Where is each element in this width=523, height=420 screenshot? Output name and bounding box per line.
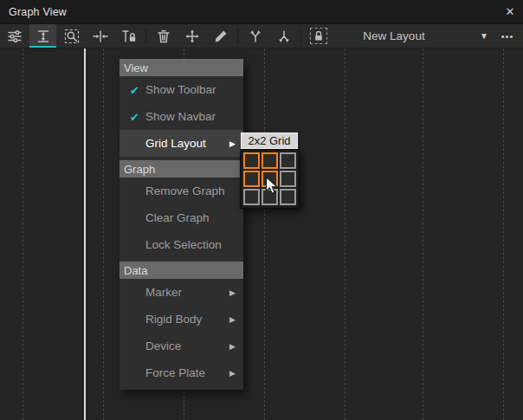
- dashed-gridline: [345, 48, 345, 420]
- dashed-gridline: [23, 48, 23, 420]
- menu-item-remove-graph[interactable]: Remove Graph: [119, 178, 243, 204]
- menu-item-force-plate[interactable]: Force Plate ▶: [119, 359, 243, 386]
- check-icon: ✔: [130, 83, 139, 96]
- grid-size-tooltip: 2x2 Grid: [241, 132, 298, 149]
- merge-icon[interactable]: [242, 24, 268, 48]
- submenu-arrow-icon: ▶: [229, 342, 236, 351]
- menu-item-label: Marker: [145, 286, 182, 299]
- split-icon[interactable]: [270, 24, 297, 48]
- menu-item-rigid-body[interactable]: Rigid Body ▶: [119, 306, 243, 333]
- context-menu: View ✔ Show Toolbar ✔ Show Navbar Grid L…: [119, 59, 243, 390]
- menu-item-label: Force Plate: [145, 366, 205, 379]
- fit-width-icon[interactable]: [87, 24, 113, 48]
- menu-section-header-view: View: [119, 59, 243, 76]
- dashed-gridline: [264, 48, 265, 420]
- grid-cell-2x3[interactable]: [280, 171, 296, 187]
- submenu-arrow-icon: ▶: [229, 139, 236, 148]
- layout-dropdown[interactable]: New Layout: [325, 24, 463, 48]
- toolbar-separator: [237, 29, 238, 44]
- menu-section-header-graph: Graph: [119, 160, 243, 178]
- graph-view-window: Graph View ✕: [0, 0, 523, 420]
- submenu-arrow-icon: ▶: [229, 369, 236, 378]
- grid-cell-1x2[interactable]: [262, 152, 278, 169]
- close-icon[interactable]: ✕: [497, 0, 523, 24]
- zoom-selection-icon[interactable]: [58, 24, 85, 48]
- dashed-gridline: [103, 48, 104, 420]
- grid-cell-1x1[interactable]: [243, 152, 260, 169]
- submenu-arrow-icon: ▶: [229, 288, 236, 297]
- grid-cell-1x3[interactable]: [280, 152, 296, 169]
- menu-item-label: Device: [145, 339, 181, 352]
- graph-toolbar: New Layout ▼ •••: [0, 24, 523, 48]
- fit-height-icon[interactable]: [29, 24, 56, 48]
- menu-item-label: Clear Graph: [145, 211, 210, 224]
- menu-item-label: Show Navbar: [145, 110, 216, 123]
- window-title: Graph View: [0, 6, 67, 18]
- menu-item-show-navbar[interactable]: ✔ Show Navbar: [119, 103, 243, 130]
- menu-item-marker[interactable]: Marker ▶: [119, 279, 243, 306]
- menu-item-label: Rigid Body: [145, 313, 202, 326]
- time-axis-line: [84, 48, 86, 420]
- menu-item-grid-layout[interactable]: Grid Layout ▶: [119, 130, 243, 157]
- grid-cell-3x1[interactable]: [243, 189, 260, 205]
- menu-item-clear-graph[interactable]: Clear Graph: [119, 204, 243, 231]
- toolbar-separator: [145, 29, 146, 44]
- check-icon: ✔: [130, 110, 139, 123]
- dashed-gridline: [503, 48, 504, 420]
- pencil-icon[interactable]: [207, 24, 234, 48]
- menu-item-label: Remove Graph: [145, 184, 225, 197]
- title-bar: Graph View ✕: [0, 0, 523, 24]
- move-icon[interactable]: [178, 24, 205, 48]
- menu-item-show-toolbar[interactable]: ✔ Show Toolbar: [119, 76, 243, 103]
- grid-cell-2x1[interactable]: [243, 171, 260, 187]
- menu-item-lock-selection[interactable]: Lock Selection: [119, 231, 243, 258]
- menu-section-header-data: Data: [119, 262, 243, 279]
- more-options-button[interactable]: •••: [495, 24, 520, 48]
- chevron-down-icon[interactable]: ▼: [475, 24, 493, 48]
- menu-item-label: Show Toolbar: [145, 83, 216, 96]
- sliders-icon[interactable]: [1, 24, 28, 48]
- menu-item-label: Grid Layout: [145, 137, 206, 150]
- graph-canvas[interactable]: [0, 48, 523, 420]
- toolbar-separator: [300, 29, 301, 44]
- submenu-arrow-icon: ▶: [229, 315, 236, 324]
- menu-item-label: Lock Selection: [145, 238, 222, 251]
- mouse-cursor: [265, 176, 280, 199]
- grid-cell-3x3[interactable]: [280, 189, 296, 205]
- pin-lock-icon[interactable]: [115, 24, 142, 48]
- layout-dropdown-value: New Layout: [363, 29, 424, 42]
- dashed-gridline: [423, 48, 423, 420]
- trash-icon[interactable]: [150, 24, 177, 48]
- menu-item-device[interactable]: Device ▶: [119, 333, 243, 359]
